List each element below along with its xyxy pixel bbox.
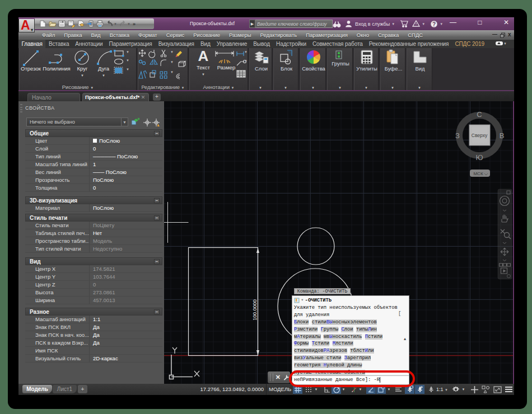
svg-text:Ю: Ю xyxy=(475,153,483,162)
svg-text:МСК: МСК xyxy=(473,171,483,176)
svg-text:?: ? xyxy=(432,21,436,27)
svg-text:100.0000: 100.0000 xyxy=(252,299,258,321)
svg-text:В: В xyxy=(500,131,505,140)
svg-text:Сверху: Сверху xyxy=(472,133,488,138)
svg-text:С: С xyxy=(477,110,482,119)
svg-text:З: З xyxy=(455,131,460,140)
